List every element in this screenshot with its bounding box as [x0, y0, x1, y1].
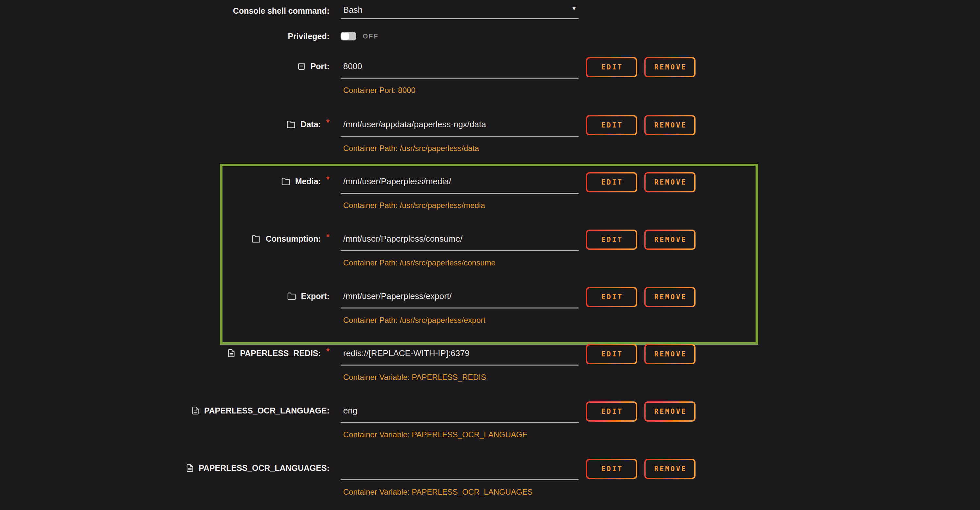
- file-text-icon: [227, 348, 235, 358]
- container-path-hint: Container Path: /usr/src/paperless/data: [340, 142, 579, 155]
- row-media: Media: * /mnt/user/Paperpless/media/ Con…: [0, 173, 980, 212]
- remove-button[interactable]: REMOVE: [644, 115, 695, 135]
- folder-icon: [251, 234, 261, 243]
- input-underline: [340, 18, 579, 19]
- required-asterisk: *: [326, 343, 329, 359]
- privileged-toggle[interactable]: [340, 32, 356, 40]
- input-underline: [340, 193, 579, 194]
- input-underline: [340, 308, 579, 308]
- paperless-redis-label: PAPERLESS_REDIS:: [240, 345, 321, 361]
- export-label: Export:: [301, 288, 330, 304]
- remove-button[interactable]: REMOVE: [644, 401, 695, 422]
- required-asterisk: *: [326, 114, 329, 130]
- required-asterisk: *: [326, 171, 329, 187]
- remove-button[interactable]: REMOVE: [644, 344, 695, 364]
- container-path-hint: Container Path: /usr/src/paperless/media: [340, 199, 579, 212]
- paperless-ocr-language-input[interactable]: eng: [340, 402, 579, 419]
- row-data: Data: * /mnt/user/appdata/paperless-ngx/…: [0, 116, 980, 155]
- edit-button[interactable]: EDIT: [586, 57, 637, 77]
- paperless-ocr-languages-label: PAPERLESS_OCR_LANGUAGES:: [199, 460, 329, 476]
- export-input[interactable]: /mnt/user/Paperpless/export/: [340, 288, 579, 304]
- edit-button[interactable]: EDIT: [586, 172, 637, 192]
- paperless-ocr-language-label: PAPERLESS_OCR_LANGUAGE:: [204, 402, 329, 419]
- paperless-redis-input[interactable]: redis://[REPLACE-WITH-IP]:6379: [340, 345, 579, 361]
- edit-button[interactable]: EDIT: [586, 115, 637, 135]
- container-path-hint: Container Path: /usr/src/paperless/consu…: [340, 256, 579, 269]
- privileged-label: Privileged:: [288, 28, 329, 44]
- folder-icon: [287, 292, 296, 301]
- row-port: Port: 8000 Container Port: 8000 EDIT REM…: [0, 58, 980, 97]
- port-label: Port:: [310, 58, 329, 74]
- port-icon: [297, 62, 306, 71]
- required-asterisk: *: [326, 229, 329, 245]
- paperless-ocr-languages-input[interactable]: [340, 460, 579, 476]
- row-privileged: Privileged: OFF: [0, 28, 980, 44]
- row-paperless-ocr-languages: PAPERLESS_OCR_LANGUAGES: Container Varia…: [0, 460, 980, 499]
- toggle-knob: [341, 33, 349, 40]
- row-consumption: Consumption: * /mnt/user/Paperpless/cons…: [0, 230, 980, 269]
- folder-icon: [281, 177, 291, 186]
- remove-button[interactable]: REMOVE: [644, 172, 695, 192]
- data-label: Data:: [301, 116, 321, 132]
- file-text-icon: [191, 406, 200, 415]
- container-variable-hint: Container Variable: PAPERLESS_OCR_LANGUA…: [340, 486, 579, 499]
- consumption-input[interactable]: /mnt/user/Paperpless/consume/: [340, 230, 579, 247]
- console-shell-command-value[interactable]: Bash: [340, 3, 579, 17]
- input-underline: [340, 250, 579, 251]
- input-underline: [340, 422, 579, 423]
- row-paperless-ocr-language: PAPERLESS_OCR_LANGUAGE: eng Container Va…: [0, 402, 980, 441]
- privileged-state-label: OFF: [363, 28, 379, 44]
- remove-button[interactable]: REMOVE: [644, 57, 695, 77]
- remove-button[interactable]: REMOVE: [644, 287, 695, 307]
- remove-button[interactable]: REMOVE: [644, 459, 695, 479]
- folder-icon: [286, 120, 296, 129]
- container-port-hint: Container Port: 8000: [340, 84, 579, 97]
- input-underline: [340, 365, 579, 365]
- remove-button[interactable]: REMOVE: [644, 230, 695, 250]
- console-shell-command-label: Console shell command:: [233, 3, 329, 19]
- input-underline: [340, 136, 579, 137]
- container-variable-hint: Container Variable: PAPERLESS_OCR_LANGUA…: [340, 428, 579, 441]
- consumption-label: Consumption:: [266, 230, 321, 247]
- console-shell-command-select[interactable]: Bash ▼: [340, 3, 579, 19]
- port-input[interactable]: 8000: [340, 58, 579, 74]
- edit-button[interactable]: EDIT: [586, 344, 637, 364]
- row-console-shell-command: Console shell command: Bash ▼: [0, 3, 980, 19]
- input-underline: [340, 479, 579, 480]
- row-paperless-redis: PAPERLESS_REDIS: * redis://[REPLACE-WITH…: [0, 345, 980, 384]
- container-path-hint: Container Path: /usr/src/paperless/expor…: [340, 314, 579, 327]
- edit-button[interactable]: EDIT: [586, 401, 637, 422]
- container-variable-hint: Container Variable: PAPERLESS_REDIS: [340, 371, 579, 384]
- caret-down-icon: ▼: [571, 6, 577, 11]
- media-input[interactable]: /mnt/user/Paperpless/media/: [340, 173, 579, 189]
- input-underline: [340, 78, 579, 79]
- edit-button[interactable]: EDIT: [586, 459, 637, 479]
- docker-template-settings-page: Console shell command: Bash ▼ Privileged…: [0, 0, 980, 510]
- media-label: Media:: [295, 173, 321, 189]
- data-input[interactable]: /mnt/user/appdata/paperless-ngx/data: [340, 116, 579, 132]
- file-text-icon: [186, 463, 194, 473]
- row-export: Export: /mnt/user/Paperpless/export/ Con…: [0, 288, 980, 327]
- edit-button[interactable]: EDIT: [586, 230, 637, 250]
- edit-button[interactable]: EDIT: [586, 287, 637, 307]
